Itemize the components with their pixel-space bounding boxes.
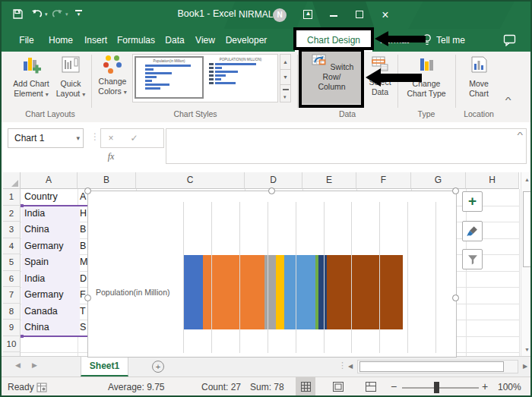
cell-B3[interactable]: B [80, 222, 87, 238]
chart-category-label[interactable]: Population(in Million) [96, 288, 169, 297]
row-header-2[interactable]: 2 [3, 206, 21, 222]
scroll-right-button[interactable]: ▶ [520, 361, 530, 373]
undo-icon[interactable] [30, 8, 43, 23]
chart-handle-top-center[interactable] [268, 187, 275, 194]
zoom-level[interactable]: 100% [498, 382, 521, 392]
vertical-scroll-thumb[interactable] [523, 191, 531, 267]
vertical-scrollbar[interactable]: ▲ ▼ [521, 172, 532, 356]
cell-A7[interactable]: Germany [21, 287, 80, 304]
close-button[interactable]: × [377, 8, 394, 23]
bar-segment-5[interactable] [284, 255, 315, 329]
chart-style-1[interactable]: Population(in Million) [135, 56, 204, 99]
row-header-6[interactable]: 6 [3, 271, 21, 288]
status-sum[interactable]: Sum: 78 [250, 382, 284, 392]
zoom-out-button[interactable]: − [391, 380, 397, 392]
zoom-in-button[interactable]: + [482, 380, 488, 392]
tab-insert[interactable]: Insert [79, 29, 112, 52]
row-header-7[interactable]: 7 [3, 287, 21, 304]
cell-B9[interactable]: S [80, 320, 87, 336]
column-header-F[interactable]: F [356, 172, 411, 189]
row-header-8[interactable]: 8 [3, 304, 21, 320]
undo-dropdown-icon[interactable]: ▾ [45, 11, 48, 17]
redo-dropdown-icon[interactable]: ▾ [65, 11, 68, 17]
column-header-B[interactable]: B [78, 172, 136, 189]
tab-home[interactable]: Home [44, 29, 78, 52]
tab-view[interactable]: View [190, 29, 220, 52]
column-header-E[interactable]: E [302, 172, 356, 189]
quick-layout-button[interactable]: Quick Layout ▾ [53, 53, 88, 99]
row-header-1[interactable]: 1 [3, 189, 21, 206]
zoom-slider-handle[interactable] [434, 382, 439, 393]
select-all-button[interactable] [3, 172, 21, 189]
cell-A5[interactable]: Spain [21, 254, 80, 271]
scroll-left-button[interactable]: ◀ [345, 361, 356, 373]
scroll-up-button[interactable]: ▲ [522, 174, 532, 186]
cell-A2[interactable]: India [21, 206, 80, 222]
gallery-more-button[interactable]: ▾ [280, 84, 291, 102]
insert-function-icon[interactable]: fx [101, 147, 121, 165]
bar-segment-3[interactable] [264, 255, 276, 329]
cell-A8[interactable]: Canada [21, 304, 80, 320]
bar-segment-7[interactable] [318, 255, 327, 329]
formula-bar-input[interactable]: ^ [166, 128, 527, 164]
add-chart-element-button[interactable]: Add Chart Element ▾ [11, 53, 52, 99]
bar-segment-2[interactable] [203, 255, 265, 329]
macro-record-icon[interactable] [36, 383, 47, 395]
column-header-D[interactable]: D [245, 172, 302, 189]
chart-elements-button[interactable]: + [462, 191, 483, 212]
cell-A3[interactable]: China [21, 222, 80, 238]
cell-A9[interactable]: China [21, 320, 80, 336]
zoom-slider-track[interactable] [402, 387, 479, 389]
scroll-down-button[interactable]: ▼ [522, 344, 532, 356]
chart-filters-button[interactable] [462, 249, 483, 269]
chart-object[interactable]: Population(in Million) [87, 191, 457, 358]
row-header-10[interactable]: 10 [3, 336, 21, 353]
status-average[interactable]: Average: 9.75 [108, 382, 165, 392]
name-box-dropdown-icon[interactable]: ▾ [76, 129, 80, 147]
row-header-3[interactable]: 3 [3, 222, 21, 238]
maximize-button[interactable] [351, 8, 368, 23]
gallery-up-button[interactable]: ▲ [280, 54, 291, 70]
comments-icon[interactable] [503, 34, 516, 49]
chart-handle-top-right[interactable] [452, 187, 459, 194]
tab-formulas[interactable]: Formulas [114, 29, 158, 52]
row-header-9[interactable]: 9 [3, 320, 21, 336]
column-header-A[interactable]: A [21, 172, 78, 189]
cell-A6[interactable]: India [21, 271, 80, 288]
sheet-nav-left-icon[interactable]: ◀ [15, 361, 21, 369]
ribbon-display-options-button[interactable]: ▲ [299, 8, 316, 23]
bar-segment-8[interactable] [327, 255, 403, 329]
column-header-G[interactable]: G [411, 172, 466, 189]
chart-style-2[interactable]: POPULATION(IN MILLION) [206, 56, 275, 99]
column-header-H[interactable]: H [466, 172, 519, 189]
tell-me-label[interactable]: Tell me [436, 29, 465, 52]
formula-bar-splitter[interactable]: ⋮ [90, 131, 100, 142]
move-chart-button[interactable]: Move Chart [458, 53, 499, 99]
row-header-5[interactable]: 5 [3, 254, 21, 271]
customize-quick-access-icon[interactable]: ▾ [75, 10, 82, 17]
cell-B8[interactable]: T [80, 304, 87, 320]
change-colors-button[interactable]: Change Colors ▾ [94, 53, 131, 97]
view-normal-button[interactable] [296, 377, 315, 397]
row-header-4[interactable]: 4 [3, 238, 21, 255]
cell-B2[interactable]: H [80, 206, 87, 222]
cell-B4[interactable]: B [80, 238, 87, 255]
name-box[interactable]: Chart 1 ▾ [8, 128, 84, 148]
minimize-button[interactable] [325, 8, 342, 23]
formula-bar-collapse-icon[interactable]: ^ [518, 131, 524, 140]
cell-A4[interactable]: Germany [21, 238, 80, 255]
cancel-icon[interactable]: × [101, 129, 121, 147]
bar-segment-4[interactable] [276, 255, 284, 329]
chart-handle-top-left[interactable] [84, 187, 91, 194]
view-page-layout-button[interactable] [328, 377, 348, 397]
status-count[interactable]: Count: 27 [201, 382, 241, 392]
gallery-down-button[interactable]: ▼ [280, 69, 291, 85]
sheet-nav-right-icon[interactable]: ▶ [32, 361, 37, 369]
collapse-ribbon-icon[interactable]: ^ [505, 96, 511, 105]
chart-styles-button[interactable] [462, 221, 483, 241]
redo-icon[interactable] [52, 8, 64, 23]
cell-B6[interactable]: D [80, 271, 87, 288]
sheet-tab-sheet1[interactable]: Sheet1 [81, 357, 128, 377]
tab-developer[interactable]: Developer [222, 29, 271, 52]
chart-handle-middle-right[interactable] [452, 295, 459, 301]
